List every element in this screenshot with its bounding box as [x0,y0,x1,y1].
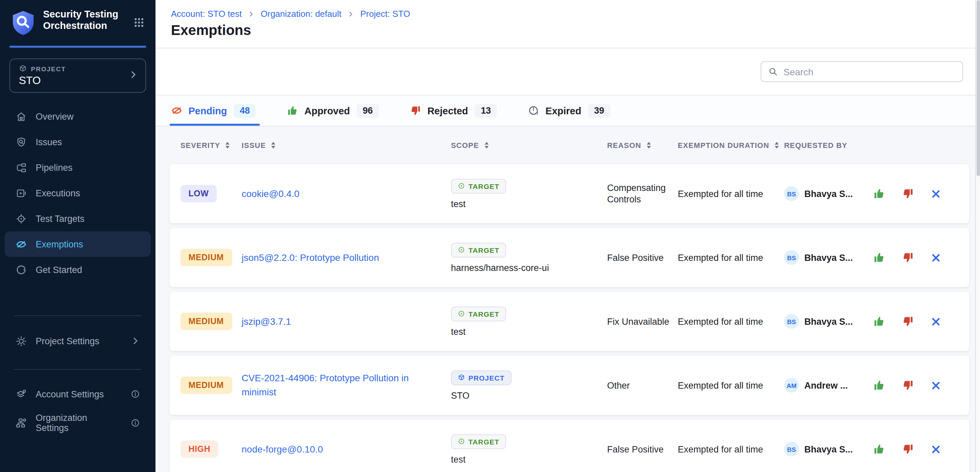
layers-gear-icon [16,388,27,400]
column-header-severity[interactable]: SEVERITY [180,141,242,149]
scope-name: test [451,326,466,337]
table-header-row: SEVERITY ISSUE SCOPE REASON EXEMPTION DU… [170,127,969,164]
scope-name: test [451,199,466,209]
project-selector[interactable]: PROJECT STO [10,59,146,93]
sidebar-item-label: Test Targets [36,214,84,223]
avatar: BS [784,314,799,329]
breadcrumb-account-link[interactable]: Account: STO test [171,9,242,19]
eye-off-icon [16,238,27,250]
reason-text: Fix Unavailable [607,316,678,327]
requested-by-name: Bhavya S... [804,444,853,454]
vertical-scrollbar[interactable] [975,0,980,472]
sidebar-item-issues[interactable]: Issues [5,129,151,155]
scrollbar-thumb[interactable] [977,0,980,176]
cancel-x-icon[interactable] [931,252,941,263]
app-title: Security Testing Orchestration [43,9,123,32]
search-box [760,61,963,82]
tab-expired[interactable]: Expired 39 [528,95,610,126]
duration-text: Exempted for all time [678,316,784,326]
reject-thumb-down-icon[interactable] [902,379,914,391]
tab-rejected[interactable]: Rejected 13 [410,95,497,126]
sidebar-item-pipelines[interactable]: Pipelines [5,155,151,180]
tab-label: Rejected [427,105,468,116]
approve-thumb-up-icon[interactable] [873,315,885,328]
cube-icon [458,374,465,381]
info-icon[interactable] [130,418,140,428]
column-header-exemption-duration[interactable]: EXEMPTION DURATION [678,141,784,149]
sidebar-item-label: Overview [36,111,74,121]
search-icon [768,67,778,77]
tab-count-badge: 13 [475,104,497,117]
cube-icon [19,65,27,73]
column-header-issue[interactable]: ISSUE [242,141,451,149]
chevron-right-icon [129,70,138,79]
breadcrumb: Account: STO test Organization: default … [171,9,975,19]
app-grid-icon[interactable] [133,17,145,28]
approve-thumb-up-icon[interactable] [873,252,885,264]
table-row: MEDIUM jszip@3.7.1 TARGET test Fix Unava… [170,292,969,351]
avatar: BS [784,186,799,201]
breadcrumb-separator-icon [347,10,354,17]
sidebar-item-exemptions[interactable]: Exemptions [5,231,151,257]
breadcrumb-project-link[interactable]: Project: STO [360,9,410,19]
sidebar-item-overview[interactable]: Overview [5,103,151,129]
page-header: Account: STO test Organization: default … [156,0,975,48]
requested-by-name: Bhavya S... [804,252,853,263]
tab-label: Expired [546,105,581,116]
progress-circle-icon [16,264,27,275]
sidebar-item-label: Issues [36,137,62,147]
issue-link[interactable]: cookie@0.4.0 [242,188,299,199]
issue-link[interactable]: CVE-2021-44906: Prototype Pollution in m… [242,372,409,398]
issue-link[interactable]: node-forge@0.10.0 [242,443,323,454]
sidebar-item-account-settings[interactable]: Account Settings [5,381,151,407]
scope-chip: TARGET [451,179,506,193]
issue-link[interactable]: json5@2.2.0: Prototype Pollution [242,252,379,263]
cancel-x-icon[interactable] [931,380,941,390]
avatar: BS [784,442,799,456]
reject-thumb-down-icon[interactable] [902,252,914,264]
breadcrumb-organization-link[interactable]: Organization: default [261,9,342,19]
search-input[interactable] [783,66,956,77]
severity-badge: LOW [180,185,217,203]
info-icon[interactable] [130,389,140,399]
severity-badge: MEDIUM [180,377,232,394]
table-row: MEDIUM json5@2.2.0: Prototype Pollution … [170,228,969,287]
approve-thumb-up-icon[interactable] [873,443,885,455]
column-header-reason[interactable]: REASON [607,141,678,149]
sidebar-item-get-started[interactable]: Get Started [5,257,151,282]
tab-count-badge: 96 [357,104,379,117]
reject-thumb-down-icon[interactable] [902,443,914,455]
approve-thumb-up-icon[interactable] [873,188,885,200]
cancel-x-icon[interactable] [931,444,941,454]
table-row: MEDIUM CVE-2021-44906: Prototype Polluti… [170,356,969,415]
scope-name: STO [451,390,469,401]
cancel-x-icon[interactable] [931,316,941,326]
target-icon [458,310,465,317]
sort-icon [646,142,651,149]
scope-chip: TARGET [451,434,506,449]
reject-thumb-down-icon[interactable] [902,188,914,200]
sidebar-item-label: Account Settings [36,389,122,399]
sidebar-item-label: Executions [36,188,80,198]
clock-alert-icon [528,105,539,116]
tab-approved[interactable]: Approved 96 [287,95,379,126]
duration-text: Exempted for all time [678,444,784,454]
approve-thumb-up-icon[interactable] [873,379,885,391]
table-body: LOW cookie@0.4.0 TARGET test Compensatin… [170,164,969,472]
issue-link[interactable]: jszip@3.7.1 [242,316,291,326]
column-header-scope[interactable]: SCOPE [451,141,607,149]
avatar: AM [784,378,799,393]
scope-type-label: TARGET [468,437,500,445]
thumb-up-icon [287,105,298,116]
target-icon [458,246,465,253]
scope-chip: TARGET [451,242,506,257]
cancel-x-icon[interactable] [931,188,941,199]
reject-thumb-down-icon[interactable] [902,315,914,328]
duration-text: Exempted for all time [678,252,784,263]
sidebar-item-organization-settings[interactable]: Organization Settings [5,410,151,436]
sidebar-item-test-targets[interactable]: Test Targets [5,206,151,231]
sidebar-item-project-settings[interactable]: Project Settings [5,328,151,354]
requested-by-name: Andrew ... [804,380,848,390]
sidebar-item-executions[interactable]: Executions [5,180,151,206]
tab-pending[interactable]: Pending 48 [171,95,256,126]
